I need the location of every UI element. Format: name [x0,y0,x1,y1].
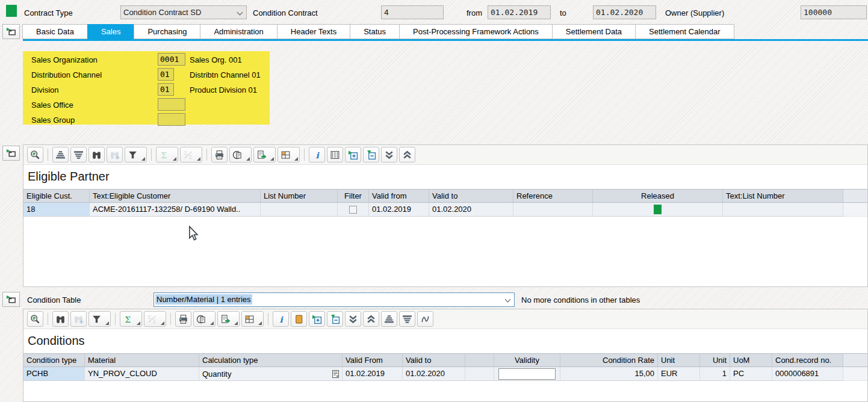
table-cell[interactable] [513,203,593,217]
column-header-filter[interactable]: Filter [338,190,369,202]
print-preview-button[interactable] [229,147,252,162]
collapse-conditions-button[interactable] [2,292,20,307]
column-header-text-eligible-customer[interactable]: Text:Eligible Customer [90,190,261,202]
sort-ascending-button[interactable] [52,147,69,162]
table-cell[interactable]: 01.02.2019 [369,203,429,217]
insert-detail-button[interactable] [345,147,361,162]
column-header-material[interactable]: Material [85,354,199,366]
table-cell[interactable] [465,367,494,381]
change-layout-button[interactable] [277,147,300,162]
export-file-button[interactable] [253,147,276,162]
table-cell[interactable]: 01.02.2020 [429,203,513,217]
table-cell[interactable] [261,203,338,217]
table-cell[interactable] [494,367,560,381]
column-header-condition-type[interactable]: Condition type [23,354,85,366]
sum-sigma-button[interactable] [156,147,178,162]
column-header-uom[interactable]: UoM [730,354,772,366]
subtotals-button[interactable] [144,311,166,327]
sort-ascending-button[interactable] [381,311,397,327]
details-magnifier-button[interactable] [27,311,43,327]
column-header-text-list-number[interactable]: Text:List Number [723,190,843,202]
table-cell[interactable]: 15,00 [560,367,658,381]
column-header-condition-rate[interactable]: Condition Rate [560,354,658,366]
export-file-button[interactable] [217,311,240,327]
sales-organization-field[interactable]: 0001 [158,53,185,66]
collapse-eligible-partner-button[interactable] [2,146,20,161]
table-cell[interactable]: 0000006891 [772,367,843,381]
valid-to-field[interactable]: 01.02.2020 [593,5,656,19]
remove-detail-button[interactable] [327,311,343,327]
table-cell[interactable] [338,203,369,217]
find-next-button[interactable] [70,311,87,327]
column-header-valid-from[interactable]: Valid from [369,190,429,202]
chevrons-up-button[interactable] [399,147,415,162]
dropdown-list-icon[interactable] [332,370,339,378]
table-cell[interactable]: 01.02.2019 [343,367,403,381]
table-cell[interactable]: 01.02.2020 [403,367,465,381]
contract-type-select[interactable]: Condition Contract SD [120,5,247,19]
print-button[interactable] [175,311,191,327]
tab-settlement-data[interactable]: Settlement Data [552,24,636,39]
column-header-cond-record-no[interactable]: Cond.record no. [772,354,843,366]
column-header-valid-from[interactable]: Valid From [343,354,403,366]
sort-descending-button[interactable] [70,147,87,162]
distribution-channel-field[interactable]: 01 [158,68,174,81]
tab-status[interactable]: Status [350,24,400,39]
collapse-header-button[interactable] [2,24,20,39]
column-header-blank[interactable] [465,354,494,366]
condition-contract-field[interactable]: 4 [381,5,444,19]
find-binoculars-button[interactable] [52,311,69,327]
column-header-eligible-cust[interactable]: Eligible Cust. [23,190,90,202]
column-header-released[interactable]: Released [593,190,723,202]
note-display-button[interactable] [291,311,307,327]
chevrons-down-button[interactable] [345,311,361,327]
remove-detail-button[interactable] [363,147,379,162]
tab-post-processing-framework-actions[interactable]: Post-Processing Framework Actions [399,24,553,39]
valid-from-field[interactable]: 01.02.2019 [488,5,551,19]
details-magnifier-button[interactable] [27,147,43,162]
tab-header-texts[interactable]: Header Texts [277,24,350,39]
sum-sigma-button[interactable] [120,311,142,327]
filter-funnel-button[interactable] [125,147,147,162]
tab-purchasing[interactable]: Purchasing [134,24,200,39]
tab-basic-data[interactable]: Basic Data [22,24,88,39]
table-cell[interactable]: PCHB [23,367,85,381]
table-cell[interactable] [723,203,843,217]
table-cell[interactable]: 1 [700,367,730,381]
table-cell[interactable]: Quantity [199,367,343,381]
change-layout-button[interactable] [241,311,264,327]
tab-settlement-calendar[interactable]: Settlement Calendar [635,24,734,39]
chevrons-down-button[interactable] [381,147,397,162]
insert-detail-button[interactable] [309,311,325,327]
sales-group-field[interactable] [158,113,185,126]
table-cell[interactable] [593,203,723,217]
column-header-unit[interactable]: Unit [700,354,730,366]
table-cell[interactable]: PC [730,367,772,381]
sales-office-field[interactable] [158,98,185,111]
division-field[interactable]: 01 [158,83,174,96]
table-cell[interactable]: ACME-20161117-132258/ D-69190 Walld.. [90,203,261,217]
validity-input[interactable] [498,368,556,380]
subtotals-button[interactable] [180,147,202,162]
table-settings-button[interactable] [327,147,343,162]
filter-funnel-button[interactable] [88,311,111,327]
column-header-list-number[interactable]: List Number [261,190,338,202]
table-cell[interactable]: YN_PROV_CLOUD [85,367,199,381]
print-preview-button[interactable] [193,311,215,327]
info-button[interactable] [309,147,325,162]
find-next-button[interactable] [107,147,123,162]
column-header-valid-to[interactable]: Valid to [429,190,513,202]
chevrons-up-button[interactable] [363,311,379,327]
owner-supplier-field[interactable]: 100000 [801,5,867,19]
column-header-unit[interactable]: Unit [658,354,700,366]
column-header-validity[interactable]: Validity [494,354,560,366]
column-header-reference[interactable]: Reference [513,190,593,202]
column-header-valid-to[interactable]: Valid to [403,354,465,366]
print-button[interactable] [211,147,228,162]
info-button[interactable] [273,311,289,327]
table-cell[interactable]: EUR [658,367,700,381]
find-binoculars-button[interactable] [88,147,105,162]
tab-administration[interactable]: Administration [200,24,277,39]
sort-descending-button[interactable] [399,311,415,327]
condition-table-select[interactable]: Number/Material | 1 entries [153,292,515,307]
